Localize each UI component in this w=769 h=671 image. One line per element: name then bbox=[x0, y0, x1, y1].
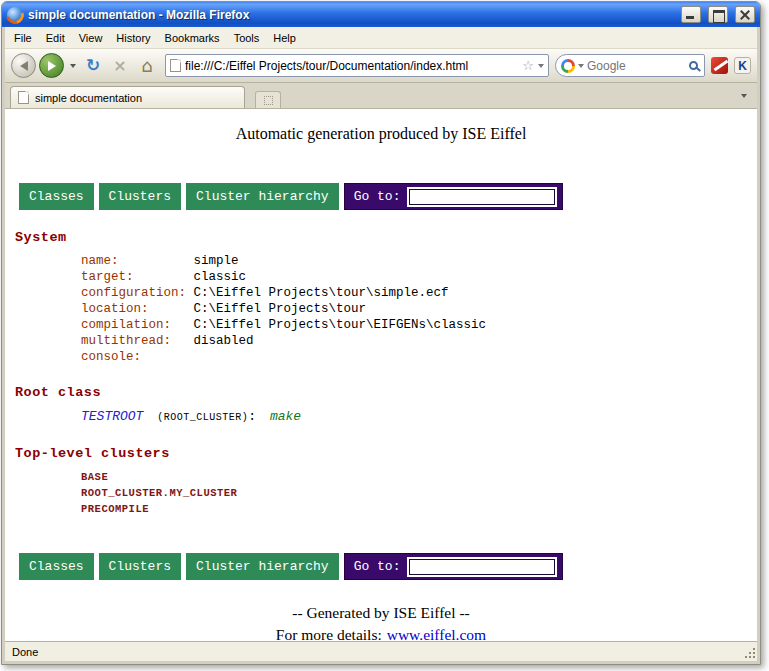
cluster-hierarchy-button[interactable]: Cluster hierarchy bbox=[186, 183, 339, 210]
property-key: console: bbox=[81, 349, 186, 365]
bookmark-star-icon[interactable]: ☆ bbox=[522, 59, 534, 72]
menu-file[interactable]: File bbox=[7, 29, 39, 47]
cluster-hierarchy-button[interactable]: Cluster hierarchy bbox=[186, 553, 339, 580]
property-key: location: bbox=[81, 301, 186, 317]
table-row: location:C:\Eiffel Projects\tour bbox=[81, 301, 757, 317]
property-value: simple bbox=[194, 254, 239, 268]
cluster-link-base[interactable]: BASE bbox=[81, 469, 757, 485]
addon-icon-red[interactable] bbox=[711, 57, 728, 74]
root-class-link[interactable]: TESTROOT bbox=[81, 409, 143, 424]
tab-bar: simple documentation bbox=[5, 83, 757, 109]
details-prefix: For more details: bbox=[276, 626, 382, 641]
goto-input[interactable] bbox=[409, 189, 555, 205]
search-bar bbox=[555, 54, 705, 77]
classes-button[interactable]: Classes bbox=[19, 183, 94, 210]
refresh-icon: ↻ bbox=[86, 57, 100, 74]
forward-dropdown-button[interactable] bbox=[67, 57, 78, 75]
forward-button[interactable] bbox=[39, 53, 64, 78]
goto-label: Go to: bbox=[354, 189, 401, 204]
table-row: configuration:C:\Eiffel Projects\tour\si… bbox=[81, 285, 757, 301]
home-icon: ⌂ bbox=[141, 57, 152, 75]
address-input[interactable] bbox=[185, 59, 518, 73]
eiffel-link[interactable]: www.eiffel.com bbox=[387, 626, 486, 641]
page-favicon-icon bbox=[170, 59, 181, 72]
property-value: C:\Eiffel Projects\tour\EIFGENs\classic bbox=[194, 318, 487, 332]
search-input[interactable] bbox=[587, 59, 686, 73]
firefox-icon bbox=[7, 7, 23, 23]
search-magnifier-icon[interactable] bbox=[689, 61, 698, 70]
minimize-button[interactable] bbox=[681, 6, 701, 23]
clusters-button[interactable]: Clusters bbox=[99, 183, 181, 210]
details-line: For more details:www.eiffel.com bbox=[5, 626, 757, 641]
forward-arrow-icon bbox=[48, 61, 56, 71]
resize-grip[interactable] bbox=[743, 646, 756, 659]
chevron-down-icon bbox=[70, 64, 76, 68]
search-engine-dropdown[interactable] bbox=[578, 64, 584, 68]
home-button[interactable]: ⌂ bbox=[135, 54, 159, 78]
property-key: multithread: bbox=[81, 333, 186, 349]
menu-edit[interactable]: Edit bbox=[39, 29, 72, 47]
maximize-button[interactable] bbox=[708, 6, 728, 23]
property-key: compilation: bbox=[81, 317, 186, 333]
goto-section: Go to: bbox=[344, 553, 564, 580]
system-properties: name:simple target:classic configuration… bbox=[81, 253, 757, 365]
goto-label: Go to: bbox=[354, 559, 401, 574]
creation-feature-link[interactable]: make bbox=[270, 409, 301, 424]
separator: : bbox=[248, 409, 256, 424]
clusters-heading: Top-level clusters bbox=[15, 446, 757, 461]
tab-favicon-icon bbox=[18, 91, 29, 104]
address-bar: ☆ bbox=[165, 54, 549, 77]
root-class-line: TESTROOT (ROOT_CLUSTER): make bbox=[81, 408, 757, 426]
cluster-list: BASE ROOT_CLUSTER.MY_CLUSTER PRECOMPILE bbox=[81, 469, 757, 517]
menu-tools[interactable]: Tools bbox=[227, 29, 267, 47]
window-title: simple documentation - Mozilla Firefox bbox=[28, 8, 674, 22]
tab-list-dropdown-button[interactable] bbox=[736, 87, 752, 105]
goto-input[interactable] bbox=[409, 559, 555, 575]
clusters-button[interactable]: Clusters bbox=[99, 553, 181, 580]
close-button[interactable] bbox=[735, 6, 755, 23]
classes-button[interactable]: Classes bbox=[19, 553, 94, 580]
goto-section: Go to: bbox=[344, 183, 564, 210]
generated-note: -- Generated by ISE Eiffel -- bbox=[5, 604, 757, 622]
doc-header: Automatic generation produced by ISE Eif… bbox=[5, 125, 757, 143]
menu-help[interactable]: Help bbox=[266, 29, 303, 47]
table-row: name:simple bbox=[81, 253, 757, 269]
doc-navbar-top: Classes Clusters Cluster hierarchy Go to… bbox=[19, 183, 757, 210]
status-bar: Done bbox=[5, 641, 757, 661]
back-button[interactable] bbox=[11, 53, 36, 78]
tab-simple-documentation[interactable]: simple documentation bbox=[10, 86, 245, 108]
title-bar[interactable]: simple documentation - Mozilla Firefox bbox=[2, 2, 760, 27]
status-text: Done bbox=[12, 646, 38, 658]
stop-icon bbox=[114, 60, 126, 72]
table-row: multithread:disabled bbox=[81, 333, 757, 349]
addon-icon-k[interactable]: K bbox=[734, 57, 751, 74]
doc-navbar-bottom: Classes Clusters Cluster hierarchy Go to… bbox=[19, 553, 757, 580]
property-value: classic bbox=[194, 270, 247, 284]
navigation-toolbar: ↻ ⌂ ☆ K bbox=[5, 49, 757, 83]
property-value: disabled bbox=[194, 334, 254, 348]
system-heading: System bbox=[15, 230, 757, 245]
cluster-link-precompile[interactable]: PRECOMPILE bbox=[81, 501, 757, 517]
browser-window: simple documentation - Mozilla Firefox F… bbox=[1, 1, 761, 665]
refresh-button[interactable]: ↻ bbox=[81, 54, 105, 78]
property-value: C:\Eiffel Projects\tour bbox=[194, 302, 367, 316]
cluster-link-my-cluster[interactable]: ROOT_CLUSTER.MY_CLUSTER bbox=[81, 485, 757, 501]
address-dropdown-button[interactable] bbox=[538, 64, 544, 68]
menu-bookmarks[interactable]: Bookmarks bbox=[158, 29, 227, 47]
google-logo-icon bbox=[561, 59, 575, 73]
page-content: Automatic generation produced by ISE Eif… bbox=[5, 109, 757, 641]
menu-history[interactable]: History bbox=[109, 29, 157, 47]
table-row: target:classic bbox=[81, 269, 757, 285]
tab-stub[interactable] bbox=[255, 91, 281, 108]
chevron-down-icon bbox=[741, 94, 747, 98]
back-arrow-icon bbox=[20, 61, 28, 71]
property-key: target: bbox=[81, 269, 186, 285]
menu-view[interactable]: View bbox=[72, 29, 110, 47]
property-key: configuration: bbox=[81, 285, 186, 301]
menu-bar: File Edit View History Bookmarks Tools H… bbox=[5, 27, 757, 49]
property-key: name: bbox=[81, 253, 186, 269]
stop-button[interactable] bbox=[108, 54, 132, 78]
table-row: compilation:C:\Eiffel Projects\tour\EIFG… bbox=[81, 317, 757, 333]
table-row: console: bbox=[81, 349, 757, 365]
root-cluster-ref: (ROOT_CLUSTER) bbox=[157, 412, 248, 423]
